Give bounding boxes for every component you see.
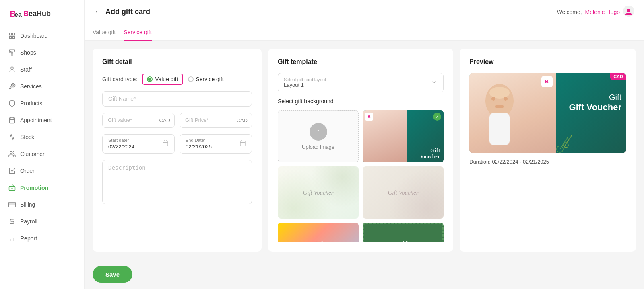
main-content: ← Add gift card Welcome, Melenie Hugo Va… [85,0,644,289]
payroll-icon [8,217,16,225]
gift-price-currency: CAD [233,113,252,127]
preview-card: B CAD Gift Gift Voucher [469,73,626,153]
sidebar-item-payroll[interactable]: Payroll [0,213,84,230]
bg-green-plain-text: Giftvoucher [386,240,420,242]
preview-logo: B [541,76,553,87]
user-avatar-icon [623,6,634,18]
logo: B ea BeaHub [0,0,84,27]
bg-upload-box[interactable]: ↑ Upload Image [278,110,359,162]
gift-value-field: CAD Gift value* [102,113,175,128]
sidebar-item-products[interactable]: Products [0,95,84,112]
svg-rect-3 [9,33,11,35]
person-silhouette [473,73,522,153]
gift-card-type-row: Gift card type: Value gift Service gift [102,74,252,85]
svg-rect-28 [240,141,245,146]
start-date-icon [162,140,169,148]
end-date-label: End Date* [186,138,212,143]
sidebar-item-dashboard[interactable]: Dashboard [0,27,84,44]
page-title: Add gift card [105,8,150,16]
gift-detail-title: Gift detail [102,58,252,66]
bg-teal-floral[interactable]: GiftVoucher B ✓ [363,110,444,162]
logo-text: BeaHub [23,10,51,18]
sidebar-item-order[interactable]: Order [0,162,84,179]
sidebar-nav: Dashboard Shops Staff Services Products [0,27,84,289]
svg-rect-7 [11,53,13,55]
bg-colorful[interactable]: GiftVoucher [278,223,359,242]
svg-point-8 [11,67,13,69]
gift-name-input[interactable] [102,91,252,107]
gift-price-input-wrapper: CAD [180,113,252,128]
sidebar-item-stock[interactable]: Stock [0,129,84,146]
layout-select-label: Select gift card layout [284,77,326,82]
sidebar-item-shops[interactable]: Shops [0,44,84,61]
tab-service-gift[interactable]: Service gift [124,24,151,41]
bg-green-plain[interactable]: Giftvoucher [363,223,444,242]
billing-icon [8,201,16,209]
selected-checkmark: ✓ [433,113,441,121]
report-icon [8,234,16,242]
radio-service-gift-label: Service gift [196,76,224,82]
sidebar-item-services[interactable]: Services [0,78,84,95]
sidebar-item-report[interactable]: Report [0,230,84,247]
duration-text: Duration: 02/22/2024 - 02/21/2025 [469,159,626,165]
gift-value-price-row: CAD Gift value* CAD Gift Price* [102,113,252,128]
description-textarea[interactable] [102,160,252,204]
svg-point-36 [504,97,508,101]
gift-detail-panel: Gift detail Gift card type: Value gift S… [93,49,262,252]
end-date-field[interactable]: End Date* 02/21/2025 [180,134,252,154]
floral-decoration [556,129,580,153]
svg-rect-37 [495,105,504,108]
user-name: Melenie Hugo [585,9,620,15]
preview-title: Preview [469,58,626,66]
svg-point-35 [491,97,495,101]
tabs-bar: Value gift Service gift [85,24,644,41]
radio-value-gift-label: Value gift [155,76,178,82]
sidebar-item-billing[interactable]: Billing [0,196,84,213]
radio-value-gift[interactable]: Value gift [142,74,183,85]
svg-rect-17 [9,202,16,207]
end-date-value: 02/21/2025 [186,143,212,150]
svg-point-13 [10,151,12,154]
sidebar-item-customer[interactable]: Customer [0,146,84,162]
gift-price-field: CAD Gift Price* [180,113,252,128]
cad-badge: CAD [610,73,626,80]
gift-template-title: Gift template [278,58,444,66]
back-button[interactable]: ← [94,8,101,16]
tab-value-gift[interactable]: Value gift [93,24,116,40]
sidebar-item-staff[interactable]: Staff [0,61,84,78]
date-row: Start date* 02/22/2024 End Date* 02/21/2… [102,134,252,154]
bg-white-floral-text: Gift Voucher [303,189,333,196]
svg-rect-4 [13,33,15,35]
gift-voucher-text: Gift Gift Voucher [569,93,621,113]
svg-rect-34 [489,113,510,145]
sidebar-item-appointment[interactable]: Appointment [0,112,84,129]
gift-price-input[interactable] [180,113,233,127]
start-date-label: Start date* [108,138,134,143]
bg-light-floral[interactable]: Gift Voucher [363,166,444,219]
sidebar: B ea BeaHub Dashboard Shops Staff [0,0,85,289]
gift-value-input[interactable] [103,113,155,127]
topbar-right: Welcome, Melenie Hugo [557,6,634,18]
radio-value-gift-circle [147,76,153,82]
content-area: Gift detail Gift card type: Value gift S… [85,41,644,260]
svg-rect-24 [163,141,168,146]
chevron-down-icon [431,79,438,86]
gift-value-input-wrapper: CAD [102,113,175,128]
save-button[interactable]: Save [93,266,132,283]
svg-point-33 [489,87,510,99]
gift-value-currency: CAD [155,113,174,127]
dashboard-icon [8,32,16,40]
bg-label: Select gift background [278,98,444,105]
bg-colorful-text: GiftVoucher [306,241,330,242]
sidebar-item-promotion[interactable]: Promotion [0,179,84,196]
radio-service-gift[interactable]: Service gift [188,76,224,82]
bg-white-floral[interactable]: Gift Voucher [278,166,359,219]
end-date-icon [239,140,246,148]
appointment-icon [8,116,16,124]
save-btn-container: Save [85,260,644,289]
gift-card-type-label: Gift card type: [102,76,137,82]
layout-select[interactable]: Select gift card layout Layout 1 [278,73,444,92]
start-date-field[interactable]: Start date* 02/22/2024 [102,134,175,154]
gift-template-panel: Gift template Select gift card layout La… [268,49,453,252]
logo-icon: B ea [8,6,23,21]
